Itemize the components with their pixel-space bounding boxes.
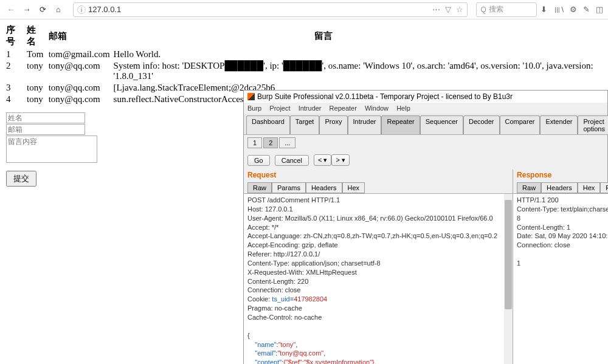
response-title: Response <box>513 170 608 180</box>
back-button[interactable]: ← <box>5 4 17 16</box>
home-button[interactable]: ⌂ <box>52 4 64 16</box>
prev-button[interactable]: < ▾ <box>314 154 331 166</box>
tab-intruder[interactable]: Intruder <box>348 115 382 134</box>
email-input[interactable] <box>6 124 85 135</box>
tab-sequencer[interactable]: Sequencer <box>420 115 463 134</box>
menu-repeater[interactable]: Repeater <box>330 105 357 112</box>
forward-button[interactable]: → <box>21 4 33 16</box>
tab-extender[interactable]: Extender <box>540 115 578 134</box>
res-tab-headers[interactable]: Headers <box>541 182 578 193</box>
res-tab-hex[interactable]: Hex <box>578 182 601 193</box>
col-email: 邮箱 <box>49 23 114 49</box>
sub-tab-1[interactable]: 1 <box>247 137 262 148</box>
request-pane: Request Raw Params Headers Hex POST /add… <box>244 170 513 364</box>
req-tab-raw[interactable]: Raw <box>247 182 272 193</box>
go-button[interactable]: Go <box>247 155 270 166</box>
req-tab-hex[interactable]: Hex <box>342 182 365 193</box>
col-msg: 留言 <box>114 23 602 49</box>
info-icon[interactable]: i <box>77 5 86 14</box>
download-icon[interactable]: ⬇ <box>541 5 547 14</box>
request-body[interactable]: POST /addComment HTTP/1.1 Host: 127.0.0.… <box>244 193 513 364</box>
req-tab-params[interactable]: Params <box>272 182 306 193</box>
submit-button[interactable]: 提交 <box>6 171 36 187</box>
reload-button[interactable]: ⟳ <box>36 4 49 16</box>
request-scrollbar[interactable] <box>504 194 513 364</box>
address-bar[interactable]: i 127.0.0.1 ⋯ ▽ ☆ <box>73 2 468 17</box>
res-tab-render[interactable]: Render <box>600 182 608 193</box>
library-icon[interactable]: ⫼\ <box>553 5 564 14</box>
res-tab-raw[interactable]: Raw <box>517 182 541 193</box>
action-row: Go Cancel < ▾ > ▾ <box>244 151 607 170</box>
response-body[interactable]: HTTP/1.1 200 Content-Type: text/plain;ch… <box>513 193 608 364</box>
main-tabs: Dashboard Target Proxy Intruder Repeater… <box>244 114 607 135</box>
gear-icon[interactable]: ⚙ <box>570 5 577 14</box>
evernote-icon[interactable]: ✎ <box>583 5 590 14</box>
table-row: 1Tomtom@gmail.comHello World. <box>6 49 602 60</box>
name-input[interactable] <box>6 112 85 123</box>
tab-repeater[interactable]: Repeater <box>381 115 420 134</box>
req-tab-headers[interactable]: Headers <box>306 182 342 193</box>
menu-project[interactable]: Project <box>269 105 290 112</box>
tab-proxy[interactable]: Proxy <box>319 115 347 134</box>
sub-tab-2[interactable]: 2 <box>263 137 278 148</box>
request-title: Request <box>244 170 513 180</box>
url-text: 127.0.0.1 <box>88 5 432 14</box>
burp-menubar: Burp Project Intruder Repeater Window He… <box>244 103 607 114</box>
col-id: 序号 <box>6 23 27 49</box>
browser-toolbar: ← → ⟳ ⌂ i 127.0.0.1 ⋯ ▽ ☆ Q搜索 ⬇ ⫼\ ⚙ ✎ ◫ <box>0 0 608 19</box>
burp-window: Burp Suite Professional v2.0.11beta - Te… <box>243 90 608 364</box>
tab-comparer[interactable]: Comparer <box>500 115 541 134</box>
repeater-sub-tabs: 1 2 ... <box>244 135 607 151</box>
tab-target[interactable]: Target <box>290 115 320 134</box>
content-input[interactable] <box>6 136 97 163</box>
more-icon[interactable]: ⋯ <box>432 5 440 14</box>
sub-tab-more[interactable]: ... <box>279 137 295 148</box>
table-row: 2tonytony@qq.comSystem info: host: 'DESK… <box>6 60 602 82</box>
sidebar-icon[interactable]: ◫ <box>596 5 603 14</box>
burp-logo-icon <box>247 93 255 100</box>
tab-decoder[interactable]: Decoder <box>463 115 500 134</box>
cancel-button[interactable]: Cancel <box>275 155 309 166</box>
menu-burp[interactable]: Burp <box>247 105 261 112</box>
response-pane: Response Raw Headers Hex Render HTTP/1.1… <box>513 170 608 364</box>
next-button[interactable]: > ▾ <box>331 154 349 166</box>
star-icon[interactable]: ☆ <box>456 5 463 14</box>
menu-window[interactable]: Window <box>365 105 389 112</box>
menu-help[interactable]: Help <box>396 105 410 112</box>
menu-intruder[interactable]: Intruder <box>299 105 322 112</box>
shield-icon[interactable]: ▽ <box>445 5 451 14</box>
search-box[interactable]: Q搜索 <box>476 2 537 17</box>
burp-titlebar: Burp Suite Professional v2.0.11beta - Te… <box>244 91 607 103</box>
tab-project-options[interactable]: Project options <box>578 115 608 134</box>
tab-dashboard[interactable]: Dashboard <box>246 115 290 134</box>
col-name: 姓名 <box>27 23 49 49</box>
